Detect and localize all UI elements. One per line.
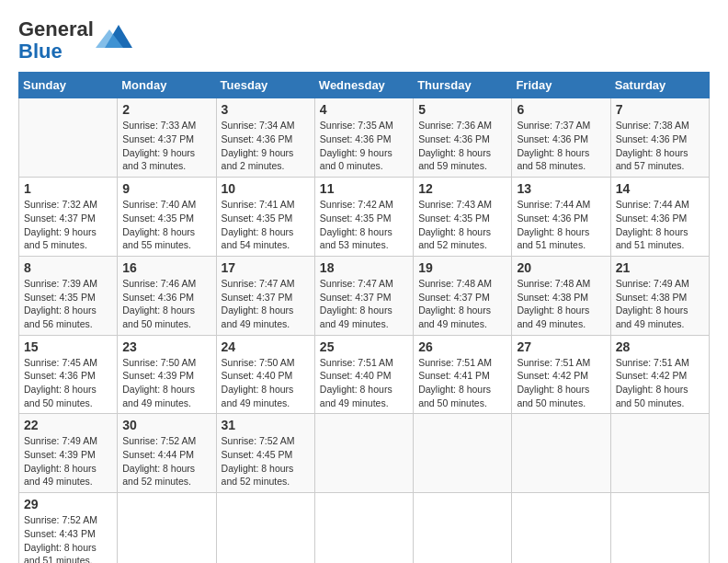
day-number: 9 [122, 181, 210, 196]
calendar-cell: 18 Sunrise: 7:47 AM Sunset: 4:37 PM Dayl… [314, 256, 413, 335]
day-info: Sunrise: 7:52 AM Sunset: 4:43 PM Dayligh… [24, 513, 112, 563]
day-number: 28 [616, 339, 704, 354]
calendar-cell: 28 Sunrise: 7:51 AM Sunset: 4:42 PM Dayl… [610, 335, 709, 414]
logo: General Blue [18, 18, 132, 63]
calendar-cell [314, 414, 413, 493]
calendar-cell: 15 Sunrise: 7:45 AM Sunset: 4:36 PM Dayl… [19, 335, 118, 414]
calendar-cell: 29 Sunrise: 7:52 AM Sunset: 4:43 PM Dayl… [19, 493, 118, 563]
column-header-saturday: Saturday [610, 73, 709, 98]
calendar-cell [314, 493, 413, 563]
column-header-tuesday: Tuesday [216, 73, 314, 98]
day-number: 27 [517, 339, 605, 354]
day-info: Sunrise: 7:51 AM Sunset: 4:42 PM Dayligh… [616, 356, 704, 410]
calendar-table: SundayMondayTuesdayWednesdayThursdayFrid… [18, 72, 710, 563]
day-info: Sunrise: 7:37 AM Sunset: 4:36 PM Dayligh… [517, 119, 605, 173]
day-number: 3 [222, 102, 310, 117]
calendar-cell: 26 Sunrise: 7:51 AM Sunset: 4:41 PM Dayl… [414, 335, 512, 414]
day-number: 7 [616, 102, 704, 117]
calendar-cell: 21 Sunrise: 7:49 AM Sunset: 4:38 PM Dayl… [610, 256, 709, 335]
day-info: Sunrise: 7:52 AM Sunset: 4:44 PM Dayligh… [122, 434, 210, 488]
day-info: Sunrise: 7:42 AM Sunset: 4:35 PM Dayligh… [320, 198, 408, 252]
calendar-week-row: 1 Sunrise: 7:32 AM Sunset: 4:37 PM Dayli… [19, 178, 710, 257]
day-info: Sunrise: 7:39 AM Sunset: 4:35 PM Dayligh… [24, 277, 112, 331]
calendar-cell: 22 Sunrise: 7:49 AM Sunset: 4:39 PM Dayl… [19, 414, 118, 493]
day-number: 11 [320, 181, 408, 196]
calendar-week-row: 22 Sunrise: 7:49 AM Sunset: 4:39 PM Dayl… [19, 414, 710, 493]
calendar-cell: 25 Sunrise: 7:51 AM Sunset: 4:40 PM Dayl… [314, 335, 413, 414]
calendar-cell [414, 414, 512, 493]
logo-text: General Blue [18, 18, 94, 63]
calendar-cell: 20 Sunrise: 7:48 AM Sunset: 4:38 PM Dayl… [512, 256, 610, 335]
calendar-cell: 6 Sunrise: 7:37 AM Sunset: 4:36 PM Dayli… [512, 98, 610, 178]
calendar-cell: 16 Sunrise: 7:46 AM Sunset: 4:36 PM Dayl… [118, 256, 216, 335]
day-number: 20 [517, 260, 605, 275]
day-number: 25 [320, 339, 408, 354]
day-info: Sunrise: 7:38 AM Sunset: 4:36 PM Dayligh… [616, 119, 704, 173]
day-info: Sunrise: 7:46 AM Sunset: 4:36 PM Dayligh… [122, 277, 210, 331]
page-header: General Blue [18, 18, 710, 63]
day-number: 12 [418, 181, 506, 196]
day-info: Sunrise: 7:36 AM Sunset: 4:36 PM Dayligh… [418, 119, 506, 173]
day-info: Sunrise: 7:41 AM Sunset: 4:35 PM Dayligh… [222, 198, 310, 252]
calendar-week-row: 15 Sunrise: 7:45 AM Sunset: 4:36 PM Dayl… [19, 335, 710, 414]
column-header-wednesday: Wednesday [314, 73, 413, 98]
calendar-cell: 17 Sunrise: 7:47 AM Sunset: 4:37 PM Dayl… [216, 256, 314, 335]
day-number: 6 [517, 102, 605, 117]
calendar-cell: 31 Sunrise: 7:52 AM Sunset: 4:45 PM Dayl… [216, 414, 314, 493]
day-number: 16 [122, 260, 210, 275]
calendar-cell [414, 493, 512, 563]
day-number: 10 [222, 181, 310, 196]
day-info: Sunrise: 7:51 AM Sunset: 4:41 PM Dayligh… [418, 356, 506, 410]
calendar-cell: 3 Sunrise: 7:34 AM Sunset: 4:36 PM Dayli… [216, 98, 314, 178]
calendar-cell [512, 414, 610, 493]
day-info: Sunrise: 7:34 AM Sunset: 4:36 PM Dayligh… [222, 119, 310, 173]
day-info: Sunrise: 7:50 AM Sunset: 4:39 PM Dayligh… [122, 356, 210, 410]
day-info: Sunrise: 7:32 AM Sunset: 4:37 PM Dayligh… [24, 198, 112, 252]
day-info: Sunrise: 7:45 AM Sunset: 4:36 PM Dayligh… [24, 356, 112, 410]
day-info: Sunrise: 7:51 AM Sunset: 4:42 PM Dayligh… [517, 356, 605, 410]
day-info: Sunrise: 7:51 AM Sunset: 4:40 PM Dayligh… [320, 356, 408, 410]
calendar-cell [216, 493, 314, 563]
calendar-cell [610, 493, 709, 563]
column-header-thursday: Thursday [414, 73, 512, 98]
day-number: 5 [418, 102, 506, 117]
day-number: 8 [24, 260, 112, 275]
day-info: Sunrise: 7:49 AM Sunset: 4:38 PM Dayligh… [616, 277, 704, 331]
day-number: 14 [616, 181, 704, 196]
day-number: 23 [122, 339, 210, 354]
column-header-sunday: Sunday [19, 73, 118, 98]
day-number: 13 [517, 181, 605, 196]
column-header-monday: Monday [118, 73, 216, 98]
calendar-cell: 7 Sunrise: 7:38 AM Sunset: 4:36 PM Dayli… [610, 98, 709, 178]
day-info: Sunrise: 7:48 AM Sunset: 4:37 PM Dayligh… [418, 277, 506, 331]
calendar-cell: 19 Sunrise: 7:48 AM Sunset: 4:37 PM Dayl… [414, 256, 512, 335]
day-info: Sunrise: 7:48 AM Sunset: 4:38 PM Dayligh… [517, 277, 605, 331]
calendar-cell: 8 Sunrise: 7:39 AM Sunset: 4:35 PM Dayli… [19, 256, 118, 335]
calendar-cell: 23 Sunrise: 7:50 AM Sunset: 4:39 PM Dayl… [118, 335, 216, 414]
day-info: Sunrise: 7:35 AM Sunset: 4:36 PM Dayligh… [320, 119, 408, 173]
column-header-friday: Friday [512, 73, 610, 98]
day-info: Sunrise: 7:52 AM Sunset: 4:45 PM Dayligh… [222, 434, 310, 488]
calendar-cell: 2 Sunrise: 7:33 AM Sunset: 4:37 PM Dayli… [118, 98, 216, 178]
day-number: 31 [222, 418, 310, 432]
day-info: Sunrise: 7:49 AM Sunset: 4:39 PM Dayligh… [24, 434, 112, 488]
day-info: Sunrise: 7:44 AM Sunset: 4:36 PM Dayligh… [517, 198, 605, 252]
calendar-cell: 1 Sunrise: 7:32 AM Sunset: 4:37 PM Dayli… [19, 178, 118, 257]
day-number: 2 [122, 102, 210, 117]
day-number: 21 [616, 260, 704, 275]
calendar-cell: 27 Sunrise: 7:51 AM Sunset: 4:42 PM Dayl… [512, 335, 610, 414]
calendar-cell: 14 Sunrise: 7:44 AM Sunset: 4:36 PM Dayl… [610, 178, 709, 257]
day-number: 30 [122, 418, 210, 432]
calendar-cell: 12 Sunrise: 7:43 AM Sunset: 4:35 PM Dayl… [414, 178, 512, 257]
day-number: 19 [418, 260, 506, 275]
calendar-cell: 9 Sunrise: 7:40 AM Sunset: 4:35 PM Dayli… [118, 178, 216, 257]
calendar-cell: 13 Sunrise: 7:44 AM Sunset: 4:36 PM Dayl… [512, 178, 610, 257]
calendar-week-row: 2 Sunrise: 7:33 AM Sunset: 4:37 PM Dayli… [19, 98, 710, 178]
day-number: 15 [24, 339, 112, 354]
calendar-cell [610, 414, 709, 493]
calendar-header-row: SundayMondayTuesdayWednesdayThursdayFrid… [19, 73, 710, 98]
day-number: 1 [24, 181, 112, 196]
day-info: Sunrise: 7:43 AM Sunset: 4:35 PM Dayligh… [418, 198, 506, 252]
calendar-cell: 11 Sunrise: 7:42 AM Sunset: 4:35 PM Dayl… [314, 178, 413, 257]
day-info: Sunrise: 7:40 AM Sunset: 4:35 PM Dayligh… [122, 198, 210, 252]
